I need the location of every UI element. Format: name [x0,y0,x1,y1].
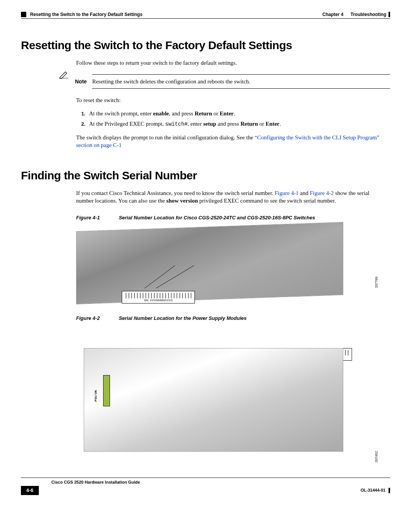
figure-1-title: Serial Number Location for Cisco CGS-252… [119,214,315,221]
note-content: Resetting the switch deletes the configu… [92,74,390,89]
page-header: Resetting the Switch to the Factory Defa… [21,11,390,18]
pencil-icon [59,71,70,79]
figure-1-caption: Figure 4-1 Serial Number Location for Ci… [76,214,390,221]
switch-image [76,222,343,304]
step2-or: or [258,121,266,127]
figure-1-num: Figure 4-1 [76,214,100,221]
step2-code: switch# [165,121,188,127]
serial-number-label-1: |||||||||||||||||||||||| SN: XXXNNNNXXXX [122,291,195,303]
sn-text-1: SN: XXXNNNNXXXX [144,299,173,302]
header-chapter-label: Chapter 4 [322,11,343,18]
header-section-title: Resetting the Switch to the Factory Defa… [30,11,142,18]
barcode-icon: |||||||||||||||||||||||| [124,292,192,299]
step2-return: Return [241,121,258,127]
section1-heading: Resetting the Switch to the Factory Defa… [21,38,390,53]
step1-return: Return [194,110,212,117]
note-label: Note [75,78,87,85]
section2-heading: Finding the Switch Serial Number [21,168,390,184]
step1-enter: Enter [220,110,234,117]
step1-enable: enable [153,110,169,117]
p1-mid: and [299,190,310,196]
note-text: Resetting the switch deletes the configu… [92,78,250,85]
step2-prefix: At the Privileged EXEC prompt, [89,121,165,127]
header-rule [21,18,390,19]
header-bar-icon [389,12,390,17]
doc-id: OL-31444-01 [361,487,386,493]
step2-mid: , enter [188,121,203,127]
footer: Cisco CGS 2520 Hardware Installation Gui… [21,478,390,495]
figure-2-caption: Figure 4-2 Serial Number Location for th… [76,315,390,322]
page-number: 4-6 [21,486,39,495]
figure-1: |||||||||||||||||||||||| SN: XXXNNNNXXXX… [76,227,375,300]
svg-line-1 [145,265,175,288]
header-left: Resetting the Switch to the Factory Defa… [21,11,142,18]
callout-line-1 [145,265,198,288]
step2-mid2: and press [216,121,241,127]
psu-image: PSU OK [84,348,343,452]
section1-after: The switch displays the prompt to run th… [76,134,386,149]
step1-prefix: At the switch prompt, enter [89,110,153,117]
step2-setup: setup [203,121,216,127]
figure-4-2-link[interactable]: Figure 4-2 [310,190,334,196]
figure-2-num: Figure 4-2 [76,315,100,322]
section1-intro: Follow these steps to return your switch… [76,59,386,67]
psu-ok-label: PSU OK [94,390,97,402]
footer-guide: Cisco CGS 2520 Hardware Installation Gui… [51,479,390,485]
psu-ok-strip: PSU OK [103,375,110,406]
header-chapter-title: Troubleshooting [350,11,386,18]
step2-end: . [279,121,281,127]
footer-bar-icon [389,488,390,493]
after-prefix: The switch displays the prompt to run th… [76,134,255,141]
step2-enter: Enter [266,121,280,127]
step-1: At the switch prompt, enter enable, and … [87,110,386,117]
p1-showversion: show version [166,198,198,204]
svg-line-2 [156,265,194,288]
step-2: At the Privileged EXEC prompt, switch#, … [87,120,386,128]
figure-2-title: Serial Number Location for the Power Sup… [119,315,247,322]
figure-4-1-link[interactable]: Figure 4-1 [275,190,299,196]
reset-steps: At the switch prompt, enter enable, and … [76,110,386,128]
figure-2-id: 207452 [374,451,379,462]
figure-2: |||||||||||||||||||||||| SN: XXXNNNNXXXX… [76,348,375,462]
doc-id-block: OL-31444-01 [361,487,390,493]
p1-prefix: If you contact Cisco Technical Assistanc… [76,190,275,196]
figure-1-id: 207769 [374,277,379,288]
section2-p1: If you contact Cisco Technical Assistanc… [76,189,386,205]
step1-or: or [212,110,220,117]
to-reset-text: To reset the switch: [76,96,386,104]
note-block: Note Resetting the switch deletes the co… [59,74,390,89]
step1-end: . [234,110,235,117]
header-right: Chapter 4 Troubleshooting [322,11,390,18]
header-marker-icon [21,12,26,17]
step1-mid: , and press [169,110,195,117]
p1-end: privileged EXEC command to see the switc… [198,198,336,204]
